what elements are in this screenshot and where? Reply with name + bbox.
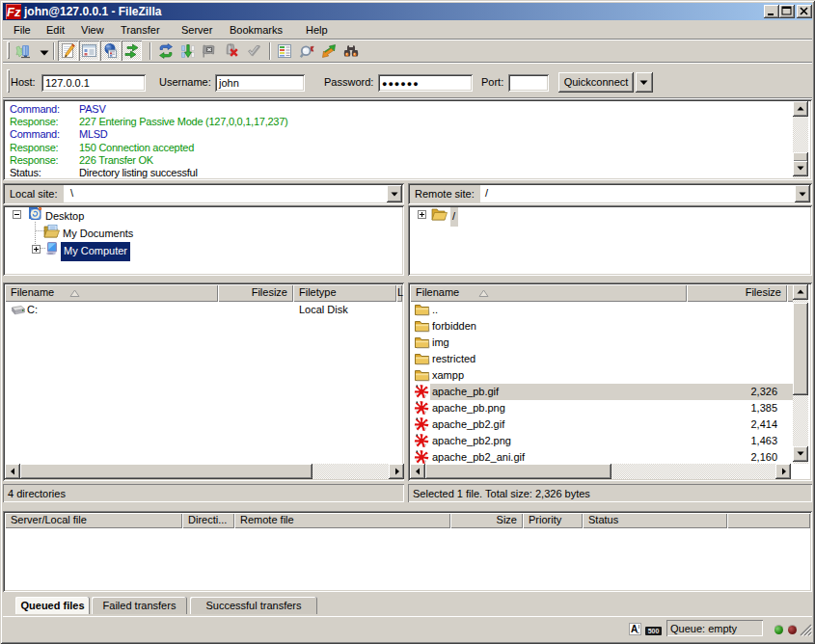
svg-text:Fz: Fz [7,5,21,19]
